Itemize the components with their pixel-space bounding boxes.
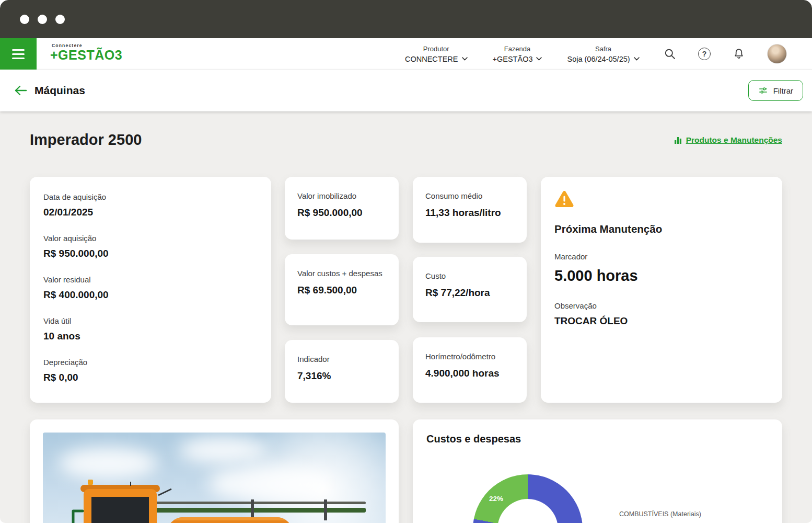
chevron-down-icon [634,57,640,61]
stat-card-indicador: Indicador 7,316% [285,340,399,403]
maintenance-marker-value: 5.000 horas [554,267,769,285]
nav-produtor-value: CONNECTERE [405,55,458,63]
nav-fazenda-value: +GESTÃO3 [493,55,533,63]
context-nav: Produtor CONNECTERE Fazenda +GESTÃO3 Saf… [405,38,640,70]
nav-produtor-dropdown[interactable]: Produtor CONNECTERE [405,45,468,63]
costs-card-title: Custos e despesas [426,433,769,445]
maintenance-marker-label: Marcador [554,252,769,261]
machine-photo-card [30,419,399,523]
chevron-down-icon [536,57,542,61]
nav-safra-dropdown[interactable]: Safra Soja (06/24-05/25) [567,45,639,63]
field-valor-aquisicao: Valor aquisição R$ 950.000,00 [43,234,258,259]
field-depreciacao: Depreciação R$ 0,00 [43,358,258,383]
browser-window: Connectere +GESTÃO3 Produtor CONNECTERE … [0,0,812,523]
app-header: Connectere +GESTÃO3 Produtor CONNECTERE … [0,38,812,70]
stat-card-horimetro: Horímetro/odômetro 4.900,000 horas [413,337,527,403]
stat-card-custo: Custo R$ 77,22/hora [413,257,527,322]
maintenance-title: Próxima Manutenção [554,223,769,235]
window-titlebar [0,0,812,38]
header-icons: ? [664,38,787,70]
nav-fazenda-dropdown[interactable]: Fazenda +GESTÃO3 [493,45,542,63]
nav-safra-label: Safra [595,45,611,53]
stat-card-valor-custos-despesas: Valor custos + despesas R$ 69.500,00 [285,254,399,325]
machine-details-card: Data de aquisição 02/01/2025 Valor aquis… [30,177,271,403]
filter-button[interactable]: Filtrar [748,80,803,101]
breadcrumb-title: Máquinas [34,84,85,97]
products-maintenance-link[interactable]: Produtos e Manutenções [674,135,782,145]
hamburger-menu-button[interactable] [0,38,37,70]
notifications-bell-icon[interactable] [733,48,745,60]
field-valor-residual: Valor residual R$ 400.000,00 [43,275,258,301]
donut-slice-percent-label: 22% [489,495,503,503]
next-maintenance-card: Próxima Manutenção Marcador 5.000 horas … [541,177,782,403]
help-icon[interactable]: ? [698,48,711,60]
warning-icon [554,190,574,208]
back-arrow-icon[interactable] [14,85,27,96]
page-title: Imperador 2500 [30,131,142,149]
page-toolbar: Máquinas Filtrar [0,70,812,111]
app-logo[interactable]: Connectere +GESTÃO3 [50,43,122,63]
hamburger-icon [12,49,25,51]
costs-expenses-card: Custos e despesas 22% COMBUSTÍVEIS (Mate… [413,419,782,523]
main-content: Imperador 2500 Produtos e Manutenções Da… [0,111,812,523]
stat-card-consumo-medio: Consumo médio 11,33 horas/litro [413,177,527,243]
chevron-down-icon [462,57,468,61]
sprayer-tractor-illustration [52,479,371,523]
field-vida-util: Vida útil 10 anos [43,316,258,342]
window-dot-minimize[interactable] [38,15,47,24]
window-dot-close[interactable] [20,15,29,24]
nav-produtor-label: Produtor [423,45,449,53]
chart-legend-item: COMBUSTÍVEIS (Materiais) [619,510,701,518]
search-icon[interactable] [664,48,676,60]
maintenance-note-label: Observação [554,301,769,310]
bar-chart-icon [674,137,682,144]
filter-sliders-icon [758,86,768,95]
nav-safra-value: Soja (06/24-05/25) [567,55,630,63]
stat-card-valor-imobilizado: Valor imobilizado R$ 950.000,00 [285,177,399,240]
window-dot-maximize[interactable] [55,15,65,24]
nav-fazenda-label: Fazenda [504,45,531,53]
maintenance-note-value: TROCAR ÓLEO [554,315,769,327]
machine-photo [43,433,386,523]
logo-title: +GESTÃO3 [50,48,122,63]
products-maintenance-link-label: Produtos e Manutenções [686,135,782,145]
filter-button-label: Filtrar [773,86,793,95]
field-data-aquisicao: Data de aquisição 02/01/2025 [43,192,258,218]
user-avatar[interactable] [767,44,787,64]
